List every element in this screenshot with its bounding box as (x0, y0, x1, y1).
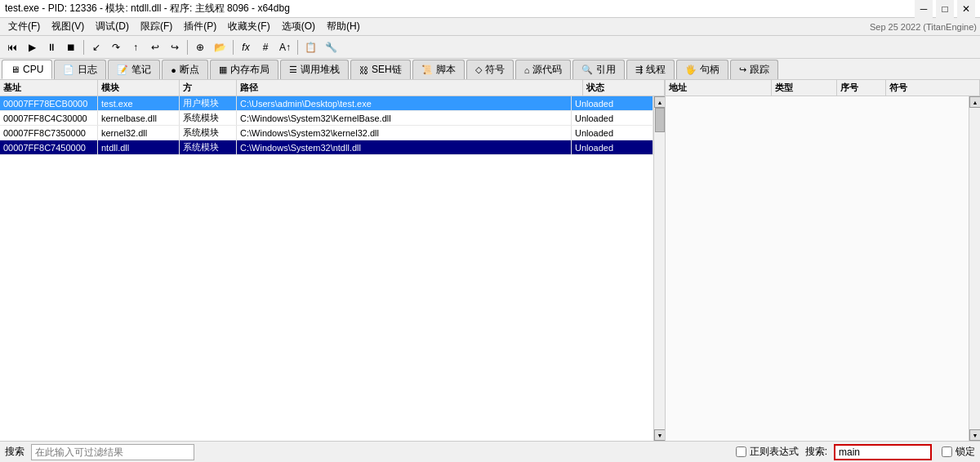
scroll-thumb[interactable] (655, 108, 665, 132)
cell-path: C:\Windows\System32\kernel32.dll (237, 126, 572, 140)
scroll-up-btn[interactable]: ▲ (654, 96, 665, 108)
tab-symbols[interactable]: ◇ 符号 (466, 60, 514, 79)
right-scroll-track[interactable] (969, 108, 980, 429)
col-header-status[interactable]: 状态 (583, 80, 665, 96)
btn-exec-til-user[interactable]: ↪ (166, 38, 184, 56)
trace-icon: ↪ (739, 64, 746, 75)
script-icon: 📜 (421, 64, 433, 75)
menu-options[interactable]: 选项(O) (277, 18, 320, 35)
tab-symbols-label: 符号 (485, 63, 505, 77)
btn-step-over[interactable]: ↷ (107, 38, 125, 56)
col-header-path[interactable]: 路径 (237, 80, 583, 96)
minimize-button[interactable]: ─ (915, 0, 933, 18)
col-header-addr[interactable]: 基址 (0, 80, 98, 96)
btn-fx[interactable]: fx (237, 38, 255, 56)
btn-pause[interactable]: ⏸ (42, 38, 60, 56)
right-scroll-down-btn[interactable]: ▼ (969, 429, 980, 441)
refs-icon: 🔍 (581, 64, 593, 75)
menu-view[interactable]: 视图(V) (47, 18, 89, 35)
cell-module: test.exe (98, 96, 180, 110)
tab-cpu-label: CPU (23, 64, 43, 75)
cell-status: Unloaded (572, 140, 653, 154)
right-panel: 地址 类型 序号 符号 ▲ ▼ (666, 80, 980, 441)
btn-settings[interactable]: 🔧 (322, 38, 341, 56)
menu-bar: 文件(F) 视图(V) 调试(D) 限踪(F) 插件(P) 收藏夹(F) 选项(… (0, 18, 980, 36)
threads-icon: ⇶ (635, 64, 643, 75)
menu-debug[interactable]: 调试(D) (91, 18, 134, 35)
tab-trace[interactable]: ↪ 跟踪 (730, 60, 778, 79)
table-row[interactable]: 00007FF8C7350000 kernel32.dll 系统模块 C:\Wi… (0, 126, 653, 140)
cell-status: Unloaded (572, 96, 653, 110)
left-panel: 基址 模块 方 路径 状态 00007FF78ECB0000 test.exe … (0, 80, 666, 441)
tab-script[interactable]: 📜 脚本 (412, 60, 465, 79)
lock-checkbox[interactable] (942, 446, 952, 457)
tab-refs[interactable]: 🔍 引用 (572, 60, 625, 79)
right-scrollbar[interactable]: ▲ ▼ (969, 96, 980, 441)
tab-notes-label: 笔记 (131, 63, 151, 77)
tab-notes[interactable]: 📝 笔记 (108, 60, 160, 79)
btn-copy[interactable]: 📋 (301, 38, 320, 56)
sep3 (233, 40, 234, 55)
close-button[interactable]: ✕ (957, 0, 975, 18)
tab-memory[interactable]: ▦ 内存布局 (210, 60, 278, 79)
btn-step-out[interactable]: ↑ (127, 38, 145, 56)
btn-aup[interactable]: A↑ (276, 38, 294, 56)
cell-addr: 00007FF78ECB0000 (0, 96, 98, 110)
tab-breakpoint[interactable]: ● 断点 (162, 60, 208, 79)
tab-sehchain[interactable]: ⛓ SEH链 (350, 60, 411, 79)
callstack-icon: ☰ (289, 64, 297, 75)
scroll-track[interactable] (654, 108, 665, 429)
symbols-icon: ◇ (475, 64, 482, 75)
tab-source[interactable]: ⌂ 源代码 (515, 60, 572, 79)
btn-hash[interactable]: # (256, 38, 274, 56)
tab-callstack[interactable]: ☰ 调用堆栈 (280, 60, 349, 79)
btn-stop[interactable]: ⏹ (62, 38, 80, 56)
tab-handles[interactable]: 🖐 句柄 (676, 60, 728, 79)
btn-step-into[interactable]: ↙ (87, 38, 105, 56)
table-row[interactable]: 00007FF8C4C30000 kernelbase.dll 系统模块 C:\… (0, 111, 653, 126)
maximize-button[interactable]: □ (936, 0, 954, 18)
menu-help[interactable]: 帮助(H) (322, 18, 365, 35)
cell-party: 系统模块 (180, 126, 237, 140)
right-col-header-addr[interactable]: 地址 (666, 80, 772, 96)
cell-status: Unloaded (572, 126, 653, 140)
sep2 (187, 40, 188, 55)
tab-refs-label: 引用 (596, 63, 616, 77)
menu-plugins[interactable]: 插件(P) (179, 18, 221, 35)
filter-input[interactable] (31, 444, 194, 460)
toolbar: ⏮ ▶ ⏸ ⏹ ↙ ↷ ↑ ↩ ↪ ⊕ 📂 fx # A↑ 📋 🔧 (0, 36, 980, 59)
btn-new[interactable]: ⊕ (191, 38, 209, 56)
left-panel-header: 基址 模块 方 路径 状态 (0, 80, 665, 96)
cpu-icon: 🖥 (11, 64, 20, 74)
btn-exec-til-ret[interactable]: ↩ (146, 38, 164, 56)
col-header-party[interactable]: 方 (180, 80, 237, 96)
handles-icon: 🖐 (685, 64, 697, 75)
menu-trace[interactable]: 限踪(F) (136, 18, 177, 35)
tab-log[interactable]: 📄 日志 (54, 60, 106, 79)
breakpoint-icon: ● (171, 65, 176, 75)
right-col-header-type[interactable]: 类型 (772, 80, 837, 96)
right-col-header-num[interactable]: 序号 (837, 80, 886, 96)
right-col-header-sym[interactable]: 符号 (886, 80, 980, 96)
right-table-body[interactable] (666, 96, 969, 441)
right-scroll-area: ▲ ▼ (666, 96, 980, 441)
left-table-body[interactable]: 00007FF78ECB0000 test.exe 用户模块 C:\Users\… (0, 96, 653, 441)
btn-open[interactable]: 📂 (211, 38, 229, 56)
table-row[interactable]: 00007FF8C7450000 ntdll.dll 系统模块 C:\Windo… (0, 140, 653, 155)
regex-checkbox[interactable] (736, 446, 746, 457)
btn-run[interactable]: ▶ (23, 38, 41, 56)
left-scrollbar[interactable]: ▲ ▼ (653, 96, 665, 441)
left-scroll-area: 00007FF78ECB0000 test.exe 用户模块 C:\Users\… (0, 96, 665, 441)
cell-path: C:\Users\admin\Desktop\test.exe (237, 96, 572, 110)
table-row[interactable]: 00007FF78ECB0000 test.exe 用户模块 C:\Users\… (0, 96, 653, 111)
btn-restart[interactable]: ⏮ (3, 38, 21, 56)
tab-script-label: 脚本 (436, 63, 456, 77)
menu-favorites[interactable]: 收藏夹(F) (223, 18, 274, 35)
menu-file[interactable]: 文件(F) (3, 18, 45, 35)
right-scroll-up-btn[interactable]: ▲ (969, 96, 980, 108)
tab-cpu[interactable]: 🖥 CPU (2, 60, 52, 79)
scroll-down-btn[interactable]: ▼ (654, 429, 665, 441)
tab-threads[interactable]: ⇶ 线程 (626, 60, 675, 79)
search-input[interactable] (834, 444, 932, 460)
col-header-module[interactable]: 模块 (98, 80, 180, 96)
